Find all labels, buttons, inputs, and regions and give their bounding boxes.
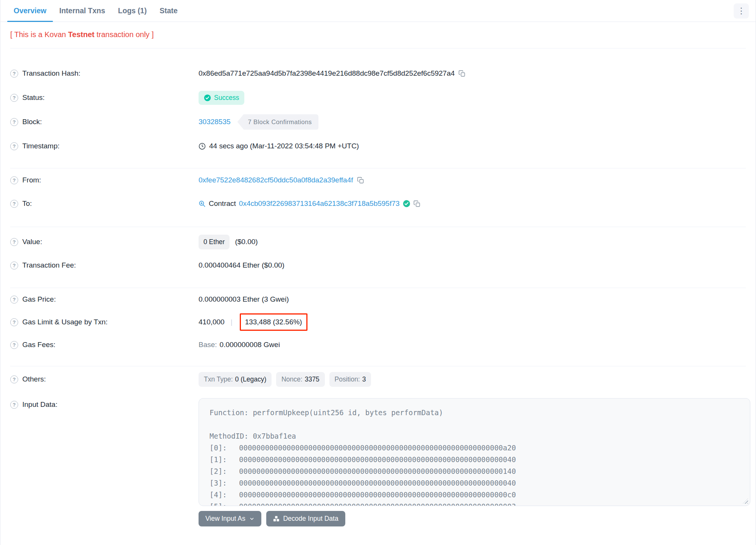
row-input-data: ? Input Data: Function: performUpkeep(ui…: [10, 398, 746, 506]
help-icon[interactable]: ?: [10, 200, 18, 208]
row-others: ? Others: Txn Type:0 (Legacy) Nonce:3375…: [10, 367, 746, 391]
tab-state[interactable]: State: [153, 0, 184, 22]
value-label: Value:: [22, 238, 42, 246]
to-type: Contract: [209, 199, 236, 208]
input-data-label: Input Data:: [22, 400, 57, 409]
view-input-as-button[interactable]: View Input As: [199, 511, 261, 526]
value-amount-badge: 0 Ether: [199, 235, 230, 249]
tab-internal-txns[interactable]: Internal Txns: [53, 0, 112, 22]
input-param-line: [1]:000000000000000000000000000000000000…: [210, 454, 739, 466]
transaction-details-card: Overview Internal Txns Logs (1) State ⋮ …: [0, 0, 756, 545]
help-icon[interactable]: ?: [10, 70, 18, 78]
input-function-line: Function: performUpkeep(uint256 id, byte…: [210, 407, 739, 419]
gas-fees-base-label: Base:: [199, 341, 217, 349]
row-timestamp: ? Timestamp: 44 secs ago (Mar-11-2022 03…: [10, 134, 746, 158]
copy-icon[interactable]: [357, 177, 364, 184]
separator: |: [228, 318, 235, 326]
gas-limit-value: 410,000: [199, 318, 225, 326]
input-param-line: [3]:000000000000000000000000000000000000…: [210, 477, 739, 489]
block-number-link[interactable]: 30328535: [199, 118, 231, 126]
help-icon[interactable]: ?: [10, 401, 18, 409]
copy-icon[interactable]: [413, 200, 421, 207]
block-confirmations-badge: 7 Block Confirmations: [238, 114, 319, 130]
input-param-line: [2]:000000000000000000000000000000000000…: [210, 466, 739, 477]
kebab-menu-icon[interactable]: ⋮: [734, 3, 749, 19]
gas-price-label: Gas Price:: [22, 295, 56, 304]
position-badge: Position:3: [329, 372, 371, 387]
gas-fees-label: Gas Fees:: [22, 341, 56, 349]
transaction-fee-value: 0.000400464 Ether ($0.00): [199, 261, 284, 269]
input-param-line: [5]:000000000000000000000000000000000000…: [210, 501, 739, 506]
row-to: ? To: Contract 0x4cb093f226983713164a621…: [10, 192, 746, 215]
help-icon[interactable]: ?: [10, 142, 18, 150]
row-gas-fees: ? Gas Fees: Base: 0.000000008 Gwei: [10, 333, 746, 356]
timestamp-label: Timestamp:: [22, 142, 60, 150]
value-usd: ($0.00): [235, 238, 258, 246]
copy-icon[interactable]: [458, 70, 466, 77]
gas-usage-value: 133,488 (32.56%): [245, 318, 302, 326]
clock-icon: [199, 143, 206, 150]
zoom-in-icon[interactable]: [199, 200, 206, 207]
nonce-badge: Nonce:3375: [276, 372, 324, 387]
help-icon[interactable]: ?: [10, 262, 18, 269]
input-param-line: [4]:000000000000000000000000000000000000…: [210, 489, 739, 501]
to-label: To:: [22, 199, 32, 208]
from-address-link[interactable]: 0xfee7522e8482682cf50ddc50a0f8da2a39effa…: [199, 176, 353, 184]
help-icon[interactable]: ?: [10, 238, 18, 246]
tab-logs[interactable]: Logs (1): [112, 0, 153, 22]
tab-overview[interactable]: Overview: [7, 0, 53, 22]
gas-price-value: 0.000000003 Ether (3 Gwei): [199, 295, 289, 304]
row-gas-price: ? Gas Price: 0.000000003 Ether (3 Gwei): [10, 288, 746, 311]
row-transaction-fee: ? Transaction Fee: 0.000400464 Ether ($0…: [10, 254, 746, 277]
help-icon[interactable]: ?: [10, 176, 18, 184]
transaction-hash-label: Transaction Hash:: [22, 69, 80, 78]
help-icon[interactable]: ?: [10, 341, 18, 349]
decode-input-data-button[interactable]: Decode Input Data: [266, 511, 345, 526]
input-methodid-line: MethodID: 0x7bbaf1ea: [210, 430, 739, 442]
row-block: ? Block: 30328535 7 Block Confirmations: [10, 110, 746, 134]
verified-check-icon: [403, 200, 410, 207]
row-status: ? Status: Success: [10, 86, 746, 110]
txn-type-badge: Txn Type:0 (Legacy): [199, 372, 272, 387]
help-icon[interactable]: ?: [10, 118, 18, 126]
gas-limit-usage-label: Gas Limit & Usage by Txn:: [22, 318, 108, 326]
status-label: Status:: [22, 93, 45, 102]
resize-handle[interactable]: [743, 498, 748, 504]
transaction-fee-label: Transaction Fee:: [22, 261, 76, 269]
timestamp-value: 44 secs ago (Mar-11-2022 03:54:48 PM +UT…: [209, 142, 359, 150]
transaction-hash-value: 0x86ed5a771e725aa94d5b7fa2398e4419e216d8…: [199, 69, 455, 78]
check-circle-icon: [204, 94, 211, 101]
help-icon[interactable]: ?: [10, 94, 18, 102]
input-param-line: [0]:000000000000000000000000000000000000…: [210, 442, 739, 454]
tab-bar: Overview Internal Txns Logs (1) State ⋮: [0, 0, 756, 22]
chevron-down-icon: [249, 516, 255, 522]
from-label: From:: [22, 176, 41, 184]
to-address-link[interactable]: 0x4cb093f226983713164a62138c3f718a5b595f…: [239, 199, 400, 208]
others-label: Others:: [22, 375, 46, 383]
row-gas-limit-usage: ? Gas Limit & Usage by Txn: 410,000 | 13…: [10, 311, 746, 333]
block-label: Block:: [22, 118, 42, 126]
input-data-box[interactable]: Function: performUpkeep(uint256 id, byte…: [199, 398, 750, 506]
help-icon[interactable]: ?: [10, 375, 18, 383]
cubes-icon: [273, 515, 279, 522]
testnet-warning: [ This is a Kovan Testnet transaction on…: [10, 22, 746, 48]
gas-fees-base-value: 0.000000008 Gwei: [220, 341, 280, 349]
status-badge: Success: [199, 91, 244, 105]
help-icon[interactable]: ?: [10, 318, 18, 326]
help-icon[interactable]: ?: [10, 296, 18, 304]
row-transaction-hash: ? Transaction Hash: 0x86ed5a771e725aa94d…: [10, 61, 746, 86]
row-value: ? Value: 0 Ether ($0.00): [10, 230, 746, 254]
row-from: ? From: 0xfee7522e8482682cf50ddc50a0f8da…: [10, 168, 746, 192]
gas-usage-annotation-box: 133,488 (32.56%): [240, 313, 307, 331]
